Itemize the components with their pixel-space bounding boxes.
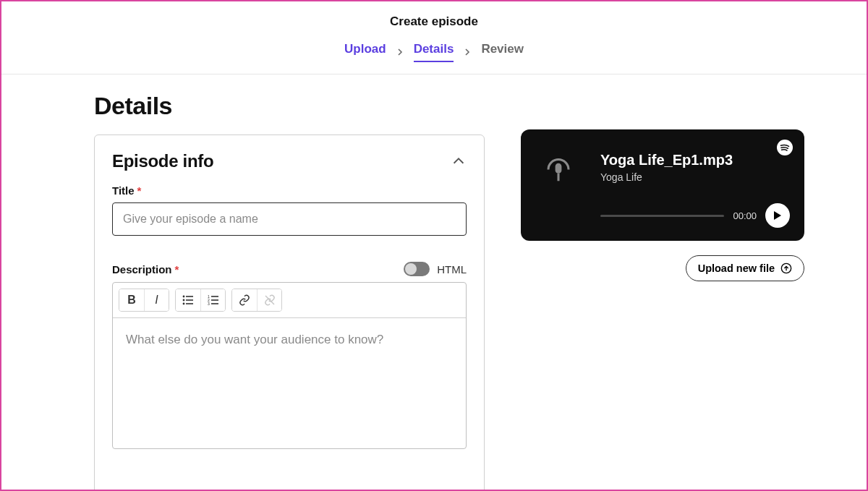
html-toggle-label: HTML [437, 263, 467, 276]
numbered-list-button[interactable]: 123 [200, 289, 225, 311]
stepper: Upload Details Review [1, 42, 867, 74]
svg-rect-11 [211, 303, 218, 304]
description-editor: B I 123 [112, 282, 467, 449]
description-textarea[interactable]: What else do you want your audience to k… [113, 318, 466, 448]
spotify-icon [777, 140, 793, 158]
description-label: Description * [112, 263, 179, 276]
html-toggle[interactable] [404, 262, 430, 276]
svg-rect-9 [211, 299, 218, 301]
card-title: Episode info [112, 151, 213, 171]
link-button[interactable] [232, 289, 257, 311]
step-upload[interactable]: Upload [344, 42, 386, 62]
upload-new-file-label: Upload new file [698, 262, 775, 274]
chevron-right-icon [396, 46, 404, 58]
step-details[interactable]: Details [414, 42, 454, 62]
italic-button[interactable]: I [144, 289, 169, 311]
svg-rect-7 [211, 296, 218, 297]
player-show-name: Yoga Life [600, 171, 790, 183]
bullet-list-button[interactable] [176, 289, 200, 311]
page-title: Create episode [1, 14, 867, 29]
svg-rect-3 [186, 299, 193, 301]
chevron-right-icon [464, 46, 471, 58]
title-label: Title * [112, 184, 467, 197]
svg-point-0 [183, 296, 185, 298]
upload-new-file-button[interactable]: Upload new file [686, 255, 804, 281]
svg-point-4 [183, 303, 185, 305]
svg-rect-1 [186, 296, 193, 297]
player-time: 00:00 [733, 210, 757, 221]
svg-point-2 [183, 299, 185, 302]
header: Create episode Upload Details Review [1, 1, 867, 74]
bold-button[interactable]: B [119, 289, 144, 311]
collapse-toggle[interactable] [451, 153, 467, 169]
episode-info-card: Episode info Title * Description * [94, 135, 485, 491]
svg-text:3: 3 [208, 302, 210, 305]
unlink-button [257, 289, 281, 311]
podcast-icon [535, 144, 582, 190]
description-label-text: Description [112, 263, 172, 276]
step-review[interactable]: Review [481, 42, 524, 62]
required-asterisk: * [175, 263, 179, 276]
audio-player-card: Yoga Life_Ep1.mp3 Yoga Life 00:00 [521, 129, 804, 241]
progress-bar[interactable] [600, 215, 724, 217]
section-heading: Details [94, 92, 485, 120]
play-button[interactable] [765, 203, 790, 228]
title-label-text: Title [112, 184, 135, 197]
svg-rect-14 [556, 163, 562, 174]
svg-rect-5 [186, 303, 193, 304]
player-file-name: Yoga Life_Ep1.mp3 [600, 152, 790, 168]
required-asterisk: * [137, 184, 142, 197]
upload-icon [780, 262, 792, 274]
title-input[interactable] [112, 202, 467, 236]
editor-toolbar: B I 123 [113, 283, 466, 318]
